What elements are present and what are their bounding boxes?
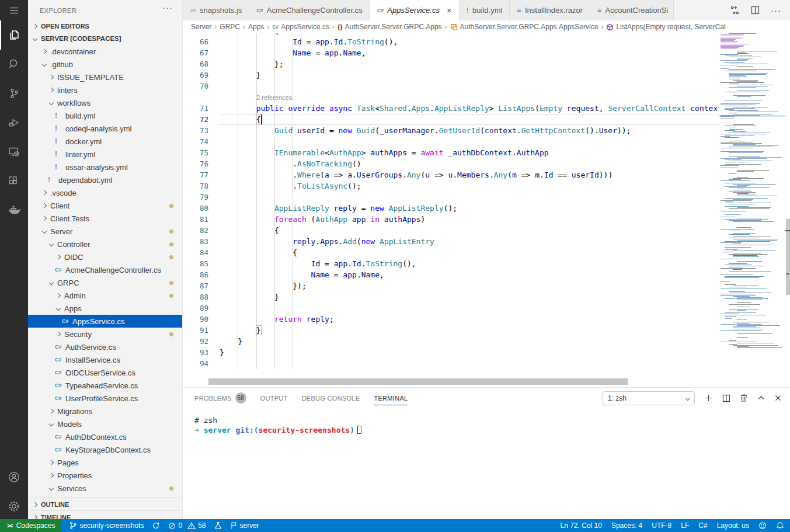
tree-item-pages[interactable]: Pages: [28, 456, 182, 469]
outline-header[interactable]: OUTLINE: [28, 498, 182, 510]
tree-item-client[interactable]: Client: [28, 199, 182, 212]
code-line-81[interactable]: 81foreach (AuthApp app in authApps): [183, 214, 719, 225]
code-line-90[interactable]: 90return reply;: [183, 314, 719, 325]
language-indicator[interactable]: C#: [698, 521, 707, 530]
tree-item-build-yml[interactable]: !build.yml: [28, 109, 182, 122]
feedback-button[interactable]: [758, 521, 767, 530]
tree-item-acmechallengecontroller-cs[interactable]: C#AcmeChallengeController.cs: [28, 263, 182, 276]
code-line-86[interactable]: 86Name = app.Name,: [183, 269, 719, 280]
breadcrumb-server[interactable]: Server: [191, 23, 211, 31]
code-line-78[interactable]: 78.ToListAsync();: [183, 180, 719, 192]
code-line-71[interactable]: 71public override async Task<Shared.Apps…: [183, 103, 719, 114]
cursor-position[interactable]: Ln 72, Col 10: [561, 521, 602, 530]
open-editors-header[interactable]: OPEN EDITORS: [28, 20, 182, 32]
sidebar-item-extensions[interactable]: [0, 166, 28, 196]
sidebar-item-explorer[interactable]: [0, 20, 28, 50]
code-line-85[interactable]: 85Id = app.Id.ToString(),: [183, 258, 719, 269]
settings-button[interactable]: [0, 492, 28, 521]
tab-snapshots-js[interactable]: JSsnapshots.js: [183, 0, 249, 20]
code-editor[interactable]: 65{66Id = app.Id.ToString(),67Name = app…: [183, 33, 790, 387]
tree-item-workflows[interactable]: workflows: [28, 96, 182, 109]
split-terminal-button[interactable]: [722, 394, 730, 402]
tree-item-apps[interactable]: Apps: [28, 302, 182, 315]
tree-item-ossar-analysis-yml[interactable]: !ossar-analysis.yml: [28, 161, 182, 173]
sidebar-item-remote-explorer[interactable]: [0, 137, 28, 166]
code-line-69[interactable]: 69}: [183, 69, 719, 81]
code-line-74[interactable]: 74: [183, 136, 719, 147]
branch-indicator[interactable]: security-screenshots: [69, 521, 144, 530]
tree-item-appsservice-cs[interactable]: C#AppsService.cs: [28, 315, 182, 328]
breadcrumb-apps[interactable]: Apps: [248, 23, 264, 31]
tree-item-server[interactable]: Server: [28, 225, 182, 238]
open-changes-icon[interactable]: [730, 5, 740, 15]
tree-item-grpc[interactable]: GRPC: [28, 276, 182, 289]
encoding-indicator[interactable]: UTF-8: [652, 521, 671, 530]
code-line-84[interactable]: 84{: [183, 247, 719, 258]
tree-item-controller[interactable]: Controller: [28, 238, 182, 251]
breadcrumb-namespace[interactable]: {} AuthServer.Server.GRPC.Apps: [337, 23, 442, 31]
tab-acmechallengecontroller-cs[interactable]: C#AcmeChallengeController.cs: [249, 0, 370, 20]
problems-indicator[interactable]: 0 58: [168, 521, 206, 530]
tab-installindex-razor[interactable]: ≡InstallIndex.razor: [510, 0, 590, 20]
explorer-more-actions-button[interactable]: ···: [162, 2, 173, 12]
timeline-header[interactable]: TIMELINE: [28, 510, 182, 519]
horizontal-scrollbar[interactable]: [208, 378, 628, 385]
eol-indicator[interactable]: LF: [681, 521, 689, 530]
code-line-76[interactable]: 76.AsNoTracking(): [183, 158, 719, 169]
tree-item-oidcuserservice-cs[interactable]: C#OIDCUserService.cs: [28, 366, 182, 379]
code-line-87[interactable]: 87});: [183, 280, 719, 291]
flask-indicator[interactable]: [214, 521, 222, 530]
layout-indicator[interactable]: Layout: us: [717, 521, 749, 530]
close-panel-button[interactable]: [774, 394, 782, 402]
tab-output[interactable]: OUTPUT: [260, 388, 288, 408]
split-editor-icon[interactable]: [751, 6, 760, 15]
menu-button[interactable]: [0, 0, 28, 20]
code-line-67[interactable]: 67Name = app.Name,: [183, 47, 719, 58]
tree-item-dependabot-yml[interactable]: !dependabot.yml: [28, 173, 182, 186]
new-terminal-button[interactable]: [704, 394, 713, 402]
code-line-94[interactable]: 94: [183, 358, 719, 369]
terminal-content[interactable]: # zsh ➜ server git:(security-screenshots…: [183, 408, 790, 435]
maximize-panel-button[interactable]: [757, 394, 765, 402]
breadcrumb-class[interactable]: AuthServer.Server.GRPC.Apps.AppsService: [450, 23, 598, 31]
codelens-references[interactable]: 2 references: [256, 92, 292, 103]
remote-indicator[interactable]: >< Codespaces: [0, 519, 61, 532]
tree-item--devcontainer[interactable]: .devcontainer: [28, 45, 182, 58]
tree-item-docker-yml[interactable]: !docker.yml: [28, 135, 182, 148]
tree-item-admin[interactable]: Admin: [28, 289, 182, 302]
tab-appsservice-cs[interactable]: C#AppsService.cs×: [370, 0, 460, 20]
code-line-68[interactable]: 68};: [183, 58, 719, 69]
tab-accountcreationsi[interactable]: ≡AccountCreationSi: [590, 0, 674, 20]
breadcrumb-file[interactable]: C# AppsService.cs: [272, 23, 329, 31]
tree-item-installservice-cs[interactable]: C#InstallService.cs: [28, 353, 182, 366]
code-line-82[interactable]: 82{: [183, 225, 719, 236]
code-line-73[interactable]: 73Guid userId = new Guid(_userManager.Ge…: [183, 125, 719, 136]
code-line-66[interactable]: 66Id = app.Id.ToString(),: [183, 36, 719, 47]
code-line-92[interactable]: 92}: [183, 336, 719, 347]
breadcrumb-method[interactable]: ListApps(Empty request, ServerCal: [606, 23, 725, 31]
tab-debug-console[interactable]: DEBUG CONSOLE: [302, 388, 360, 408]
code-line-91[interactable]: 91}: [183, 325, 719, 336]
tree-item-migrations[interactable]: Migrations: [28, 405, 182, 418]
tab-problems[interactable]: PROBLEMS 58: [194, 388, 246, 408]
more-actions-icon[interactable]: ···: [771, 5, 781, 15]
code-line-77[interactable]: 77.Where(a => a.UserGroups.Any(u => u.Me…: [183, 169, 719, 180]
kill-terminal-button[interactable]: [740, 394, 748, 402]
tree-item-codeql-analysis-yml[interactable]: !codeql-analysis.yml: [28, 122, 182, 135]
tree-item-properties[interactable]: Properties: [28, 469, 182, 482]
code-line-72[interactable]: 72{: [183, 114, 719, 125]
indentation-indicator[interactable]: Spaces: 4: [611, 521, 642, 530]
tree-item-security[interactable]: Security: [28, 328, 182, 340]
tree-item-oidc[interactable]: OIDC: [28, 251, 182, 263]
code-line-83[interactable]: 83reply.Apps.Add(new AppListEntry: [183, 236, 719, 247]
tree-item-linters[interactable]: linters: [28, 84, 182, 96]
sidebar-item-run-debug[interactable]: [0, 108, 28, 137]
sidebar-item-search[interactable]: [0, 50, 28, 79]
sync-indicator[interactable]: [152, 521, 160, 530]
tree-item-models[interactable]: Models: [28, 418, 182, 430]
tree-item-userprofileservice-cs[interactable]: C#UserProfileService.cs: [28, 392, 182, 405]
tree-item-authdbcontext-cs[interactable]: C#AuthDbContext.cs: [28, 430, 182, 443]
tree-item-typeaheadservice-cs[interactable]: C#TypeaheadService.cs: [28, 379, 182, 392]
code-line-88[interactable]: 88}: [183, 291, 719, 302]
code-line-80[interactable]: 80AppListReply reply = new AppListReply(…: [183, 203, 719, 214]
